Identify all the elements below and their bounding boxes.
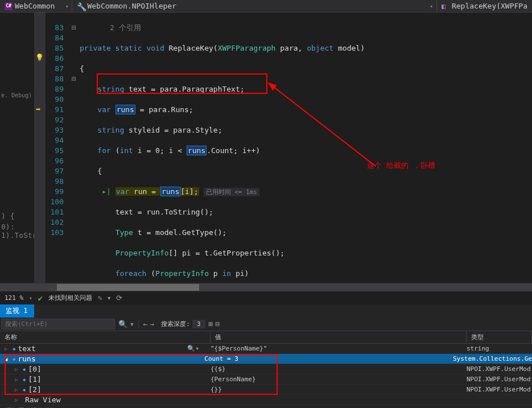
watch-name: [2] [28, 385, 41, 394]
watch-value: {PersonName} [211, 376, 467, 383]
depth-value[interactable]: 3 [192, 320, 205, 328]
expand-icon[interactable]: ▷ [15, 387, 20, 393]
zoom-level[interactable]: 121 % [5, 294, 23, 302]
chevron-down-icon: ▾ [65, 3, 68, 9]
line-numbers: 8384858687888990919293949596979899100101… [46, 13, 68, 283]
watch-type: NPOI.XWPF.UserMod [467, 365, 532, 373]
expand-icon[interactable]: ▷ [15, 366, 20, 372]
breadcrumb-method-label: ReplaceKey(XWPFPa [452, 2, 527, 10]
watch-header: 名称 值 类型 [0, 331, 532, 344]
tool-icon[interactable]: ✎ [98, 294, 102, 302]
col-value[interactable]: 值 [211, 331, 467, 343]
left-gutter: e. Debug) ) { 0): 1).ToStr [0, 13, 34, 283]
watch-value: {}} [211, 386, 467, 393]
nav-right-icon[interactable]: → [150, 320, 154, 328]
col-type[interactable]: 类型 [467, 331, 532, 343]
watch-row[interactable]: ▷◆[1]{PersonName}NPOI.XWPF.UserMod [0, 374, 532, 385]
watch-type: NPOI.XWPF.UserMod [467, 376, 532, 383]
watch-row[interactable]: ◢◆runsCount = 3System.Collections.Ge [0, 354, 532, 364]
breadcrumb-bar: C# WebCommon ▾ 🔧 WebCommon.NPOIHleper ▾ … [0, 0, 532, 13]
watch-value: "{$PersonName}" [211, 345, 467, 352]
breadcrumb-method[interactable]: ◧ ReplaceKey(XWPFPa [436, 0, 532, 12]
watch-row[interactable]: ▷◆text🔍▾"{$PersonName}"string [0, 344, 532, 354]
watch-name: [1] [28, 375, 41, 384]
dropdown-icon[interactable]: ▾ [130, 320, 134, 328]
context-text: e. Debug) [1, 92, 32, 98]
status-bar: 121 % ▾ ✔ 未找到相关问题 ✎ ▾ ⟳ [0, 291, 532, 304]
variable-icon: ◆ [23, 387, 26, 393]
status-text: 未找到相关问题 [48, 294, 92, 302]
add-watch-item[interactable]: 添加要监视的项 [0, 405, 532, 408]
check-icon: ✔ [38, 294, 43, 303]
breadcrumb-project-label: WebCommon [15, 2, 55, 10]
tool-icon[interactable]: ⟳ [116, 294, 122, 302]
watch-panel: 监视 1 🔍 ▾ | ← → 搜索深度: 3 ⊞⊟ 名称 值 类型 ▷◆text… [0, 304, 532, 408]
status-tools: ✎ ▾ ⟳ [98, 294, 122, 302]
watch-name: text [18, 344, 35, 353]
method-icon: ◧ [442, 2, 449, 10]
tool-icon[interactable]: ⊞ [209, 320, 213, 328]
expand-icon[interactable]: ▷ [15, 397, 20, 403]
watch-search-input[interactable] [1, 319, 115, 329]
watch-tab[interactable]: 监视 1 [0, 304, 34, 318]
dropdown-icon[interactable]: ▾ [29, 295, 32, 301]
watch-row[interactable]: ▷Raw View [0, 395, 532, 405]
watch-value: {{$} [211, 365, 467, 373]
variable-icon: ◆ [13, 356, 15, 362]
class-icon: 🔧 [77, 2, 85, 10]
context-text: ) { 0): 1).ToStr [1, 212, 34, 240]
watch-name: runs [18, 355, 35, 363]
csharp-icon: C# [5, 2, 13, 10]
variable-icon: ◆ [23, 377, 26, 382]
watch-row[interactable]: ▷◆[0]{{$}NPOI.XWPF.UserMod [0, 364, 532, 374]
expand-icon[interactable]: ▷ [5, 346, 10, 352]
tool-icon[interactable]: ⊟ [215, 320, 220, 328]
horizontal-scrollbar[interactable] [0, 283, 532, 291]
search-icon[interactable]: 🔍 [118, 320, 127, 328]
watch-name: Raw View [25, 395, 61, 404]
fold-gutter[interactable]: ⊟⊟ [68, 13, 80, 283]
perf-hint: 已用时间 <= 1ms [204, 188, 259, 196]
variable-icon: ◆ [23, 366, 26, 372]
breadcrumb-project[interactable]: C# WebCommon ▾ [0, 0, 72, 12]
col-name[interactable]: 名称 [0, 331, 211, 343]
depth-label: 搜索深度: [161, 320, 190, 328]
breadcrumb-class-label: WebCommon.NPOIHleper [87, 2, 176, 10]
scrollbar-thumb[interactable] [57, 284, 199, 291]
visualizer-icon[interactable]: 🔍▾ [187, 345, 199, 352]
watch-type: NPOI.XWPF.UserMod [467, 386, 532, 393]
breadcrumb-class[interactable]: 🔧 WebCommon.NPOIHleper ▾ [72, 0, 436, 12]
watch-type: string [467, 345, 532, 352]
expand-icon[interactable]: ▷ [15, 377, 20, 382]
watch-name: [0] [28, 365, 41, 373]
lightbulb-icon[interactable]: 💡 [35, 53, 44, 61]
watch-rows: ▷◆text🔍▾"{$PersonName}"string◢◆runsCount… [0, 344, 532, 405]
watch-value: Count = 3 [204, 355, 453, 362]
watch-row[interactable]: ▷◆[2]{}}NPOI.XWPF.UserMod [0, 385, 532, 395]
code-editor[interactable]: 2 个引用 private static void ReplaceKey(XWP… [80, 13, 532, 283]
nav-left-icon[interactable]: ← [143, 320, 148, 328]
codelens-references[interactable]: 2 个引用 [80, 23, 532, 33]
chevron-down-icon: ▾ [430, 3, 433, 9]
annotation-text: 这个 给截的 ，卧槽 [367, 160, 435, 171]
watch-type: System.Collections.Ge [453, 355, 532, 362]
expand-icon[interactable]: ◢ [5, 356, 10, 362]
tool-icon[interactable]: ▾ [107, 294, 112, 302]
watch-search-bar: 🔍 ▾ | ← → 搜索深度: 3 ⊞⊟ [0, 318, 532, 331]
execution-arrow-icon: ➡ [36, 105, 40, 114]
variable-icon: ◆ [13, 346, 15, 352]
